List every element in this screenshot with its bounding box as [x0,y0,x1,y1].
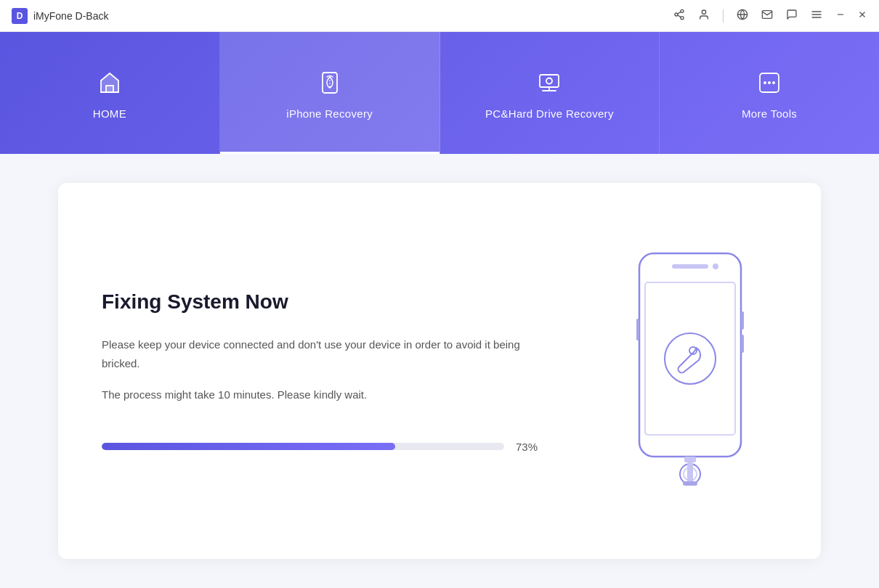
app-logo: D [12,8,28,24]
mail-icon[interactable] [761,9,773,23]
titlebar-left: D iMyFone D-Back [12,8,108,24]
main-content: Fixing System Now Please keep your devic… [0,154,879,588]
fixing-description-2: The process might take 10 minutes. Pleas… [102,385,545,404]
svg-rect-36 [636,319,639,340]
progress-percent: 73% [516,441,545,453]
svg-rect-38 [741,335,744,353]
fixing-title: Fixing System Now [102,289,545,315]
pc-recovery-icon [533,67,565,99]
phone-illustration [625,246,741,496]
svg-line-4 [678,12,681,14]
close-button[interactable] [857,9,867,22]
user-icon[interactable] [698,9,710,23]
svg-rect-17 [540,75,559,87]
progress-track [102,443,504,450]
nav-item-iphone-recovery[interactable]: iPhone Recovery [220,32,440,154]
nav-label-home: HOME [93,107,126,120]
svg-point-28 [713,264,718,269]
minimize-button[interactable] [835,9,846,22]
progress-fill [102,443,395,450]
content-card: Fixing System Now Please keep your devic… [58,183,821,559]
progress-bar-container: 73% [102,441,545,453]
svg-point-5 [702,10,705,14]
nav-item-home[interactable]: HOME [0,32,220,154]
share-icon[interactable] [673,9,685,23]
nav-label-more-tools: More Tools [742,107,797,120]
fixing-description-1: Please keep your device connected and do… [102,335,545,372]
svg-rect-26 [645,282,735,435]
titlebar-divider [723,9,724,23]
svg-rect-34 [687,462,693,484]
nav-item-pc-recovery[interactable]: PC&Hard Drive Recovery [440,32,660,154]
content-left: Fixing System Now Please keep your devic… [102,289,588,453]
svg-rect-35 [683,481,697,486]
chat-icon[interactable] [786,9,798,23]
app-title: iMyFone D-Back [33,10,108,22]
home-icon [94,67,126,99]
progress-section: 73% [102,441,545,453]
svg-point-24 [772,81,775,84]
svg-rect-33 [684,457,696,462]
svg-point-23 [768,81,771,84]
svg-rect-14 [106,86,113,92]
nav-label-pc-recovery: PC&Hard Drive Recovery [485,107,614,120]
window-controls [835,9,867,22]
svg-rect-37 [741,311,744,330]
nav-item-more-tools[interactable]: More Tools [660,32,879,154]
location-icon[interactable] [737,9,748,23]
menu-icon[interactable] [811,9,822,23]
content-right [588,246,777,496]
svg-point-22 [763,81,766,84]
svg-line-3 [678,15,681,17]
titlebar-right [673,9,867,23]
svg-rect-27 [672,264,708,269]
svg-point-18 [546,78,552,83]
navbar: HOME iPhone Recovery PC&Hard Drive Recov… [0,32,879,154]
more-tools-icon [753,67,785,99]
titlebar: D iMyFone D-Back [0,0,879,32]
nav-label-iphone-recovery: iPhone Recovery [286,107,373,120]
iphone-recovery-icon [314,67,346,99]
